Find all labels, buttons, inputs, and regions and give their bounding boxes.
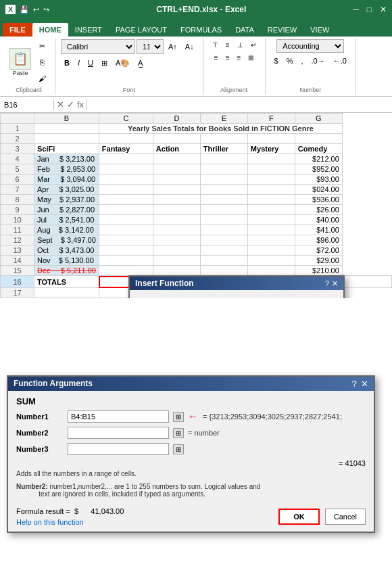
cell-f8[interactable] (247, 195, 295, 205)
cell-g4[interactable]: $212.00 (295, 154, 342, 164)
dialog-close-button[interactable]: ✕ (332, 279, 338, 288)
comma-button[interactable]: % (283, 54, 297, 68)
cell-a16-totals[interactable]: TOTALS (34, 276, 99, 288)
fill-color-button[interactable]: A🎨 (112, 56, 133, 70)
number1-input[interactable] (68, 410, 169, 423)
cell-f9[interactable] (247, 205, 295, 215)
align-right-button[interactable]: ≡ (234, 52, 245, 64)
cell-g12[interactable]: $96.00 (295, 235, 342, 245)
name-box[interactable] (0, 99, 54, 110)
cell-b17[interactable] (34, 288, 99, 298)
cell-b7[interactable]: Apr $ 3,025.00 (34, 185, 99, 195)
func-args-cancel-button[interactable]: Cancel (325, 509, 366, 525)
cell-c3-fantasy[interactable]: Fantasy (99, 144, 153, 154)
cell-e15[interactable] (200, 266, 247, 276)
confirm-formula-icon[interactable]: ✓ (67, 99, 74, 110)
number-format-select[interactable]: Accounting General Number (276, 39, 344, 53)
increase-decimal-button[interactable]: .0→ (308, 54, 328, 68)
tab-page-layout[interactable]: PAGE LAYOUT (109, 23, 174, 37)
number3-input[interactable] (68, 443, 169, 455)
cell-d6[interactable] (153, 174, 200, 185)
formula-input[interactable] (87, 99, 392, 110)
cell-c15[interactable] (99, 266, 153, 276)
cell-e2[interactable] (200, 134, 247, 144)
font-shrink-button[interactable]: A↓ (182, 40, 197, 53)
minimize-icon[interactable]: ─ (353, 5, 359, 14)
cell-f5[interactable] (247, 164, 295, 174)
cell-c2[interactable] (99, 134, 153, 144)
merge-button[interactable]: ⊞ (245, 52, 257, 64)
cell-g6[interactable]: $93.00 (295, 174, 342, 185)
align-left-button[interactable]: ≡ (211, 52, 222, 64)
cell-e6[interactable] (200, 174, 247, 185)
window-controls[interactable]: ─ □ ✕ (353, 5, 387, 14)
cell-b1[interactable] (34, 124, 99, 134)
cell-d11[interactable] (153, 225, 200, 235)
cell-f7[interactable] (247, 185, 295, 195)
number3-ref-button[interactable]: ⊞ (173, 444, 184, 454)
col-header-c[interactable]: C (99, 114, 153, 124)
tab-insert[interactable]: INSERT (68, 23, 109, 37)
cell-f15[interactable] (247, 266, 295, 276)
cell-g15[interactable]: $210.00 (295, 266, 342, 276)
font-size-select[interactable]: 11 (137, 39, 164, 54)
cell-g16[interactable] (342, 276, 391, 288)
tab-formulas[interactable]: FORMULAS (174, 23, 228, 37)
cell-c7[interactable] (99, 185, 153, 195)
cell-e9[interactable] (200, 205, 247, 215)
cell-e13[interactable] (200, 245, 247, 256)
cell-b8[interactable]: May $ 2,937.00 (34, 195, 99, 205)
save-icon[interactable]: 💾 (20, 5, 29, 14)
cell-c9[interactable] (99, 205, 153, 215)
font-color-button[interactable]: A̲ (134, 56, 147, 70)
number2-input[interactable] (68, 427, 169, 439)
cell-e7[interactable] (200, 185, 247, 195)
copy-button[interactable]: ⎘ (35, 55, 49, 69)
font-grow-button[interactable]: A↑ (165, 40, 180, 53)
cell-d3-action[interactable]: Action (153, 144, 200, 154)
cell-f13[interactable] (247, 245, 295, 256)
cell-d7[interactable] (153, 185, 200, 195)
number2-ref-button[interactable]: ⊞ (173, 428, 184, 438)
cell-g5[interactable]: $952.00 (295, 164, 342, 174)
cell-b15[interactable]: Dec $ 5,211.00 (34, 266, 99, 276)
cell-g2[interactable] (295, 134, 342, 144)
cell-b4[interactable]: Jan $ 3,213.00 (34, 154, 99, 164)
cell-c11[interactable] (99, 225, 153, 235)
insert-function-icon[interactable]: fx (77, 99, 84, 110)
tab-review[interactable]: REVIEW (261, 23, 303, 37)
decrease-decimal-button[interactable]: ←.0 (330, 54, 350, 68)
font-name-select[interactable]: Calibri (61, 39, 135, 54)
cell-c5[interactable] (99, 164, 153, 174)
func-args-ok-button[interactable]: OK (278, 509, 320, 525)
cancel-formula-icon[interactable]: ✕ (57, 99, 64, 110)
cell-g9[interactable]: $26.00 (295, 205, 342, 215)
cell-e11[interactable] (200, 225, 247, 235)
dollar-button[interactable]: , (297, 54, 306, 68)
cell-d5[interactable] (153, 164, 200, 174)
align-center-button[interactable]: ≡ (222, 52, 233, 64)
cell-g10[interactable]: $40.00 (295, 215, 342, 225)
cell-b11[interactable]: Aug $ 3,142.00 (34, 225, 99, 235)
cell-c6[interactable] (99, 174, 153, 185)
cut-button[interactable]: ✂ (35, 39, 49, 53)
cell-b13[interactable]: Oct $ 3,473.00 (34, 245, 99, 256)
cell-d9[interactable] (153, 205, 200, 215)
cell-b6[interactable]: Mar $ 3,094.00 (34, 174, 99, 185)
cell-c8[interactable] (99, 195, 153, 205)
col-header-g[interactable]: G (295, 114, 342, 124)
cell-c10[interactable] (99, 215, 153, 225)
func-args-help-button[interactable]: ? (352, 379, 357, 389)
cell-d4[interactable] (153, 154, 200, 164)
cell-e3-thriller[interactable]: Thriller (200, 144, 247, 154)
col-header-e[interactable]: E (200, 114, 247, 124)
cell-f10[interactable] (247, 215, 295, 225)
cell-b12[interactable]: Sept $ 3,497.00 (34, 235, 99, 245)
format-painter-button[interactable]: 🖌 (35, 72, 49, 85)
cell-d15[interactable] (153, 266, 200, 276)
cell-d10[interactable] (153, 215, 200, 225)
cell-g13[interactable]: $72.00 (295, 245, 342, 256)
cell-g11[interactable]: $41.00 (295, 225, 342, 235)
col-header-f[interactable]: F (247, 114, 295, 124)
func-args-help-link[interactable]: Help on this function (16, 518, 124, 526)
